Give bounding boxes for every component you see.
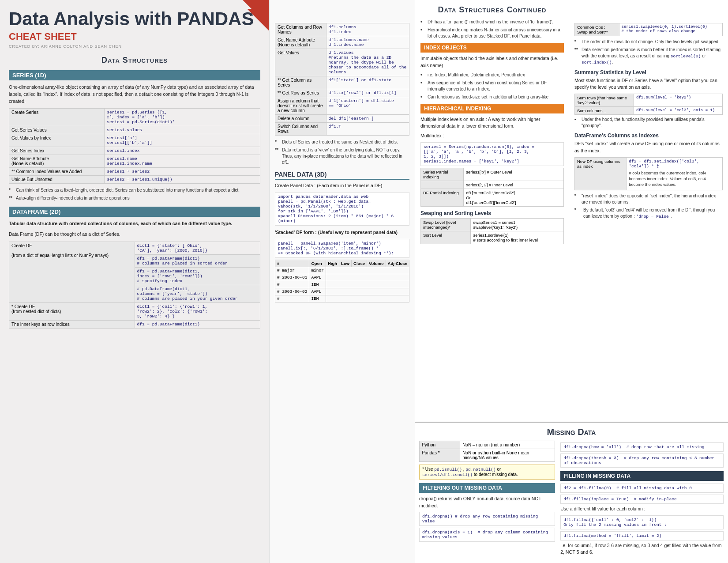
swap-note1: The order of the rows do not change. Onl… <box>574 39 723 45</box>
df-create-code2: df1 = pd.DataFrame(dict1)# columns are p… <box>135 254 260 267</box>
df-create-code1: dict1 = {'state': ['Ohio','CA'], 'year':… <box>135 242 260 254</box>
series-create-label: Create Series <box>9 109 105 126</box>
panel-code1: import pandas_datareader.data as web pan… <box>275 192 409 226</box>
df-as-index-title: DataFrame's Columns as Indexes <box>574 132 723 139</box>
partial-index-inner: series1[:, 2] # Inner Level <box>464 181 564 189</box>
series-getbyindex-code: series1['a']series1[['b','a']] <box>105 134 260 147</box>
row-date2: # 2003-06-02 <box>275 288 309 295</box>
table-row: DF Partial Indexing df1['outerCol1','Inn… <box>421 189 564 206</box>
missing-data-section: Missing Data Python NaN – np.nan (not a … <box>415 422 728 563</box>
getcol-series-code: df1['state'] or df1.state <box>326 76 409 89</box>
table-row: Get Series Index series1.index <box>9 147 260 155</box>
series-table: Create Series series1 = pd.Series ([1,2]… <box>9 108 260 184</box>
df-nested-label: * Create DF(from nested dict of dicts) <box>9 302 135 320</box>
row-aapl1: AAPL <box>309 274 326 281</box>
right-top-area: Data Structures Continued DF has a 'to_p… <box>415 0 728 422</box>
series-getindex-label: Get Series Index <box>9 147 105 155</box>
filling-code1: df2 = df1.fillna(0) # fill all missing d… <box>560 484 724 493</box>
sum-note1: Under the hood, the functionality provid… <box>574 117 723 129</box>
newdf-table: New DF using columns as index df2 = df1.… <box>574 157 723 191</box>
created-by: Created By: Arianne Colton and Sean Chen <box>9 44 260 49</box>
sum-cols-code: df1.sum(level = 'col3', axis = 1) <box>634 107 723 115</box>
python-label: Python <box>420 441 460 449</box>
series-unique-code: series2 = series1.unique() <box>105 176 260 184</box>
row-ibm1: IBM <box>309 281 326 288</box>
df-create-code4: # pd.DataFrame(dict1,columns = ['year', … <box>135 285 260 302</box>
table-row: # IBM <box>275 281 409 288</box>
series-note-1: Can think of Series as a fixed-length, o… <box>9 187 260 193</box>
missing-table: Python NaN – np.nan (not a number) Panda… <box>419 441 555 462</box>
df-ops-notes: Dicts of Series are treated the same as … <box>275 139 409 166</box>
df-table: Create DF(from a dict of equal-length li… <box>9 242 260 329</box>
filter-code4: df1.dropna(thresh = 3) # drop any row co… <box>560 453 724 468</box>
sum-rows-code: df1.sum(level = 'key2') <box>634 94 723 107</box>
hier-table: Series Partial Indexing series1['b'] # O… <box>420 168 564 207</box>
table-row: Common Ops : Swap and Sort** series1.swa… <box>575 23 723 36</box>
switch-label: Switch Columns and Rows <box>275 123 326 136</box>
series-getvals-code: series1.values <box>105 126 260 134</box>
index-objects-header: INDEX OBJECTS <box>420 43 564 53</box>
newdf-note: # col3 becomes the outermost index, col4… <box>629 170 720 188</box>
table-row: Get Series Values series1.values <box>9 126 260 134</box>
series-getindex-code: series1.index <box>105 147 260 155</box>
filter-header: FILTERING OUT MISSING DATA <box>419 483 555 493</box>
table-row: Series Partial Indexing series1['b'] # O… <box>421 168 564 181</box>
common-ops-code: series1.swaplevel(0, 1).sortlevel(0)# th… <box>619 23 723 36</box>
newdf-note2: By default, 'col3' and 'col4' will be re… <box>574 207 723 219</box>
assign-col-label: Assign a column that doesn't exist will … <box>275 97 326 115</box>
getrow-code: df1.ix['row2'] or df1.ix[1] <box>326 89 409 97</box>
series-create-code: series1 = pd.Series ([1,2], index = ['a'… <box>105 109 260 126</box>
sort-level-code: series1.sortlevel(1)# sorts according to… <box>471 231 564 244</box>
series-unique-label: Unique But Unsorted <box>9 176 105 184</box>
newdf-code: df2 = df1.set_index(['col3','col4']) * ‡ <box>629 159 720 169</box>
getname-label: Get Name Attribute(None is default) <box>275 36 326 49</box>
df-create-label: Create DF(from a dict of equal-length li… <box>9 242 135 302</box>
row-hash1: # <box>275 281 309 288</box>
filling-code2: df1.fillna(inplace = True) # modify in-p… <box>560 495 724 504</box>
table-row: * Create DF(from nested dict of dicts) d… <box>9 302 260 320</box>
filling-header: FILLING IN MISSING DATA <box>560 471 724 481</box>
missing-col1: Python NaN – np.nan (not a number) Panda… <box>419 441 555 559</box>
missing-note: * Use pd.isnull() , pd.notnull() or seri… <box>419 465 555 480</box>
sum-rows-label: Sum rows (that have same 'key2' value) <box>575 94 634 107</box>
series-header: SERIES (1D) <box>9 70 260 80</box>
index-note1: Any sequence of labels used when constru… <box>420 80 564 92</box>
col-adj: Adj-Close <box>386 260 409 267</box>
cheat-sheet-label: CHEAT SHEET <box>9 31 260 42</box>
index-note2: Can functions as fixed-size set in addit… <box>420 94 564 100</box>
df-partial-code: df1['outerCol1','InnerCol2']Ordf1['outer… <box>464 189 564 206</box>
table-row: Unique But Unsorted series2 = series1.un… <box>9 176 260 184</box>
series-note-2: Auto-align differently-indexed data in a… <box>9 195 260 201</box>
newdf-label: New DF using columns as index <box>575 157 627 190</box>
filling-code3: df1.fillna({'col1' : 0, 'col2' : -1}) On… <box>560 515 724 529</box>
pandas-label: Pandas * <box>420 449 460 461</box>
table-row: Python NaN – np.nan (not a number) <box>420 441 555 449</box>
stacked-header: 'Stacked' DF form : (Useful way to repre… <box>275 229 409 236</box>
filling-note: i.e. for column1, if row 3-6 are missing… <box>560 542 724 556</box>
pandas-code: NaN or python built-in None mean missing… <box>460 449 555 461</box>
getvals-code: df1.values#returns the data as a 2D ndar… <box>326 49 409 76</box>
multiindex-code: series1 = Series(np.random.randn(6), ind… <box>420 142 564 166</box>
getcol-label: Get Columns and Row Names <box>275 23 326 36</box>
multiindex-label: MultiIndex : <box>420 132 564 140</box>
ds-bullet2: Hierarchical indexing makes N-dimensiona… <box>420 27 564 39</box>
table-row: Delete a column del df1['eastern'] <box>275 115 409 123</box>
row-hash2: # <box>275 295 309 302</box>
filter-code1: df1.dropna() # drop any row containing m… <box>419 512 555 526</box>
series-commonindex-code: series1 + series2 <box>105 168 260 176</box>
getname-code: df1.columns.namedf1.index.name <box>326 36 409 49</box>
table-row: Swap Level (level interchanged)* swapSer… <box>421 218 564 231</box>
table-row: Sum columns .. df1.sum(level = 'col3', a… <box>575 107 723 115</box>
col-open: Open <box>309 260 326 267</box>
delete-col-label: Delete a column <box>275 115 326 123</box>
row-empty4 <box>326 288 409 295</box>
sum-cols-label: Sum columns .. <box>575 107 634 115</box>
col-hash: # <box>275 260 309 267</box>
series-getname-code: series1.nameseries1.index.name <box>105 155 260 168</box>
left-panel: Data Analysis with PANDAS CHEAT SHEET Cr… <box>0 0 269 563</box>
col-low: Low <box>339 260 352 267</box>
df-ops-note2: Data returned is a 'view' on the underly… <box>275 147 409 166</box>
python-code: NaN – np.nan (not a number) <box>460 441 555 449</box>
table-row: # 2003-06-01 AAPL <box>275 274 409 281</box>
stacked-code: panell = panell.swapaxes('item', 'minor'… <box>275 239 409 258</box>
